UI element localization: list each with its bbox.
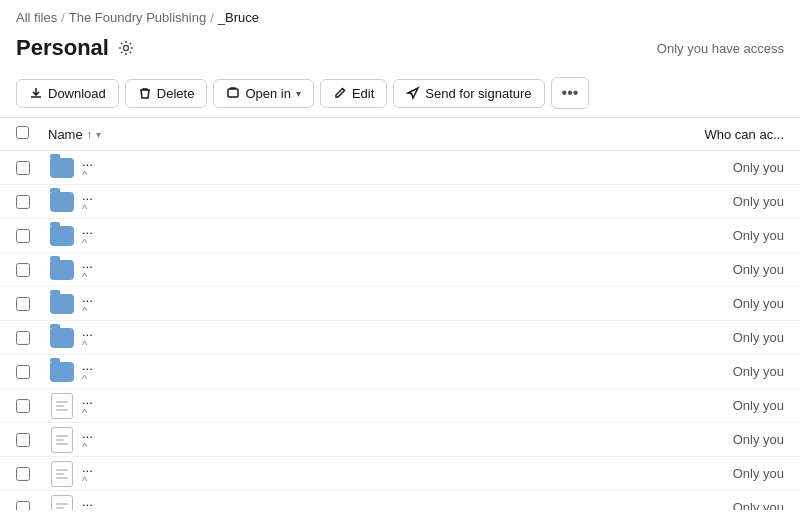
file-icon (51, 461, 73, 487)
header-check[interactable] (16, 126, 48, 142)
row-icon (48, 494, 76, 511)
row-sub-text: ^ (82, 271, 87, 283)
row-access: Only you (644, 160, 784, 175)
more-options-button[interactable]: ••• (551, 77, 590, 109)
table-row[interactable]: ... ^ Only you (0, 491, 800, 510)
row-checkbox[interactable] (16, 467, 30, 481)
row-sub: ^ (82, 509, 644, 510)
row-sub: ^ (82, 305, 644, 317)
row-checkbox-wrap[interactable] (16, 433, 48, 447)
row-access: Only you (644, 330, 784, 345)
table-header: Name ↑ ▾ Who can ac... (0, 118, 800, 151)
row-checkbox-wrap[interactable] (16, 229, 48, 243)
table-row[interactable]: ... ^ Only you (0, 423, 800, 457)
row-checkbox-wrap[interactable] (16, 195, 48, 209)
row-sub: ^ (82, 203, 644, 215)
table-row[interactable]: ... ^ Only you (0, 389, 800, 423)
breadcrumb: All files / The Foundry Publishing / _Br… (0, 0, 800, 31)
row-checkbox-wrap[interactable] (16, 399, 48, 413)
row-sub-text: ^ (82, 407, 87, 419)
row-checkbox-wrap[interactable] (16, 161, 48, 175)
row-access: Only you (644, 296, 784, 311)
edit-label: Edit (352, 86, 374, 101)
file-line (56, 469, 68, 471)
folder-icon (50, 294, 74, 314)
row-name-wrap: ... ^ (82, 392, 644, 419)
row-checkbox[interactable] (16, 297, 30, 311)
table-row[interactable]: ... ^ Only you (0, 321, 800, 355)
download-button[interactable]: Download (16, 79, 119, 108)
edit-button[interactable]: Edit (320, 79, 387, 108)
folder-icon (50, 328, 74, 348)
row-sub: ^ (82, 475, 644, 487)
sort-dropdown-icon[interactable]: ▾ (96, 129, 101, 140)
page-title-wrap: Personal (16, 35, 135, 61)
row-checkbox-wrap[interactable] (16, 365, 48, 379)
row-access: Only you (644, 228, 784, 243)
send-icon (406, 86, 420, 100)
open-in-chevron-icon: ▾ (296, 88, 301, 99)
breadcrumb-foundry[interactable]: The Foundry Publishing (69, 10, 206, 25)
row-name-wrap: ... ^ (82, 222, 644, 249)
table-row[interactable]: ... ^ Only you (0, 355, 800, 389)
row-checkbox[interactable] (16, 195, 30, 209)
table-row[interactable]: ... ^ Only you (0, 457, 800, 491)
folder-icon (50, 226, 74, 246)
row-checkbox-wrap[interactable] (16, 331, 48, 345)
row-sub: ^ (82, 407, 644, 419)
row-icon (48, 392, 76, 420)
more-icon: ••• (562, 84, 579, 102)
row-sub-text: ^ (82, 305, 87, 317)
send-for-signature-button[interactable]: Send for signature (393, 79, 544, 108)
delete-button[interactable]: Delete (125, 79, 208, 108)
row-name: ... (82, 256, 644, 271)
row-checkbox-wrap[interactable] (16, 467, 48, 481)
row-sub: ^ (82, 237, 644, 249)
breadcrumb-all-files[interactable]: All files (16, 10, 57, 25)
table-row[interactable]: ... ^ Only you (0, 287, 800, 321)
file-line (56, 405, 64, 407)
row-access: Only you (644, 432, 784, 447)
row-checkbox[interactable] (16, 399, 30, 413)
page-header: Personal Only you have access (0, 31, 800, 71)
table-row[interactable]: ... ^ Only you (0, 219, 800, 253)
row-checkbox[interactable] (16, 331, 30, 345)
row-name: ... (82, 290, 644, 305)
row-sub-text: ^ (82, 373, 87, 385)
row-name-wrap: ... ^ (82, 154, 644, 181)
file-icon (51, 427, 73, 453)
row-name: ... (82, 222, 644, 237)
row-name: ... (82, 188, 644, 203)
breadcrumb-sep2: / (210, 10, 214, 25)
row-checkbox-wrap[interactable] (16, 263, 48, 277)
delete-label: Delete (157, 86, 195, 101)
row-sub: ^ (82, 271, 644, 283)
file-lines (52, 499, 72, 511)
gear-icon[interactable] (117, 39, 135, 57)
row-access: Only you (644, 262, 784, 277)
svg-rect-1 (228, 89, 238, 97)
select-all-checkbox[interactable] (16, 126, 29, 139)
row-checkbox-wrap[interactable] (16, 297, 48, 311)
row-name: ... (82, 392, 644, 407)
name-column-header[interactable]: Name ↑ ▾ (48, 127, 644, 142)
table-row[interactable]: ... ^ Only you (0, 253, 800, 287)
breadcrumb-current: _Bruce (218, 10, 259, 25)
table-row[interactable]: ... ^ Only you (0, 151, 800, 185)
row-checkbox[interactable] (16, 433, 30, 447)
row-checkbox[interactable] (16, 365, 30, 379)
row-icon (48, 154, 76, 182)
open-in-button[interactable]: Open in ▾ (213, 79, 314, 108)
sort-asc-icon: ↑ (87, 128, 93, 140)
row-checkbox[interactable] (16, 229, 30, 243)
row-checkbox[interactable] (16, 263, 30, 277)
row-access: Only you (644, 466, 784, 481)
row-name-wrap: ... ^ (82, 324, 644, 351)
row-checkbox[interactable] (16, 161, 30, 175)
row-checkbox[interactable] (16, 501, 30, 511)
table-row[interactable]: ... ^ Only you (0, 185, 800, 219)
row-icon (48, 290, 76, 318)
row-sub-text: ^ (82, 441, 87, 453)
row-checkbox-wrap[interactable] (16, 501, 48, 511)
row-sub-text: ^ (82, 509, 87, 510)
